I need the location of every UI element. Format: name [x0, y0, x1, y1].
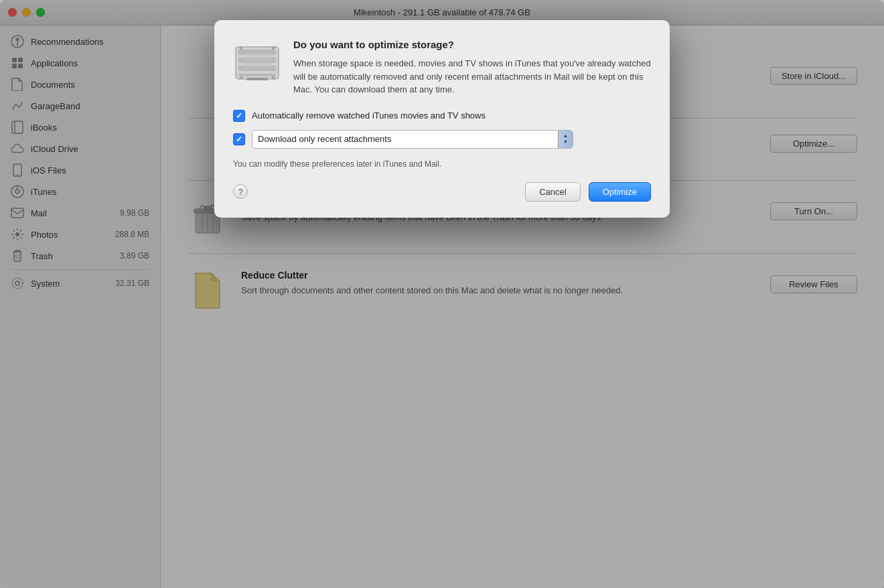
- svg-point-42: [240, 47, 242, 50]
- svg-rect-41: [246, 78, 268, 80]
- dialog-overlay: Do you want to optimize storage? When st…: [0, 0, 884, 588]
- option-row-2: Download only recent attachments ▲ ▼: [233, 130, 651, 149]
- dialog-header-text: Do you want to optimize storage? When st…: [293, 39, 651, 96]
- dialog-title: Do you want to optimize storage?: [293, 39, 651, 50]
- svg-point-43: [272, 47, 275, 50]
- dialog-body: When storage space is needed, movies and…: [293, 57, 651, 96]
- svg-rect-46: [242, 54, 272, 70]
- option-row-1: Automatically remove watched iTunes movi…: [233, 110, 651, 122]
- cancel-button[interactable]: Cancel: [525, 182, 580, 202]
- dialog-buttons: ? Cancel Optimize: [233, 182, 651, 202]
- checkbox1-label: Automatically remove watched iTunes movi…: [252, 111, 486, 121]
- hdd-icon: [233, 39, 281, 87]
- optimize-confirm-button[interactable]: Optimize: [589, 182, 651, 202]
- dropdown-value: Download only recent attachments: [252, 134, 558, 144]
- dropdown-stepper[interactable]: ▲ ▼: [558, 131, 573, 148]
- dialog-options: Automatically remove watched iTunes movi…: [233, 110, 651, 149]
- attachment-dropdown[interactable]: Download only recent attachments ▲ ▼: [252, 130, 573, 149]
- optimize-storage-dialog: Do you want to optimize storage? When st…: [214, 20, 670, 218]
- svg-point-45: [272, 76, 275, 79]
- checkbox-itunes[interactable]: [233, 110, 245, 122]
- stepper-down-icon[interactable]: ▼: [563, 139, 568, 145]
- help-button[interactable]: ?: [233, 184, 248, 199]
- main-window: Mikeintosh - 291.1 GB available of 478.7…: [0, 0, 884, 588]
- checkbox-mail[interactable]: [233, 133, 245, 145]
- stepper-up-icon[interactable]: ▲: [563, 133, 568, 139]
- dialog-header: Do you want to optimize storage? When st…: [233, 39, 651, 96]
- svg-point-44: [240, 76, 242, 79]
- dialog-note: You can modify these preferences later i…: [233, 159, 651, 169]
- svg-rect-40: [238, 74, 276, 76]
